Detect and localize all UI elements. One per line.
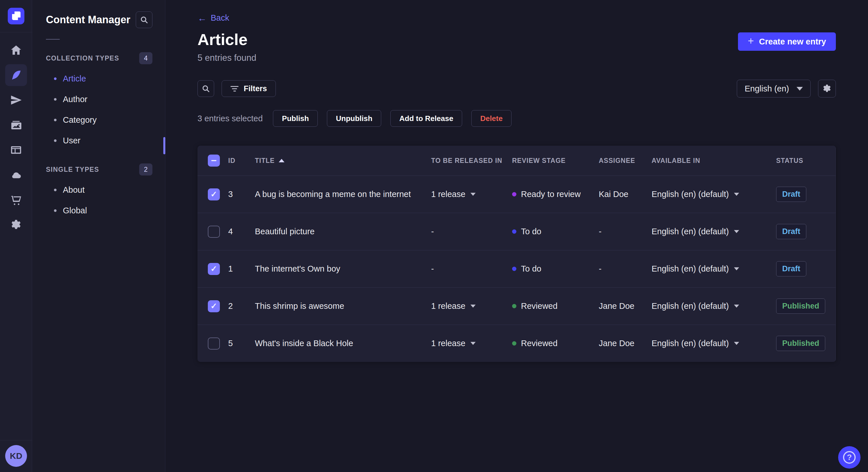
entries-count: 5 entries found <box>197 53 256 63</box>
cell-id: 1 <box>228 264 255 274</box>
column-id[interactable]: ID <box>228 157 255 165</box>
cell-id: 3 <box>228 190 255 199</box>
status-badge: Published <box>776 299 825 314</box>
cell-locale[interactable]: English (en) (default) <box>652 190 776 199</box>
row-checkbox[interactable]: ✓ <box>208 263 220 275</box>
main-content: ← Back Article 5 entries found + Create … <box>165 0 868 472</box>
section-label: COLLECTION TYPES <box>46 55 119 62</box>
filter-icon <box>230 86 239 92</box>
nav-content-type-builder[interactable] <box>5 139 27 161</box>
cell-title: Beautiful picture <box>255 227 431 236</box>
cell-review-stage: To do <box>512 264 599 274</box>
cell-assignee: Jane Doe <box>599 301 652 311</box>
cell-release[interactable]: 1 release <box>431 301 512 311</box>
question-mark-icon: ? <box>843 451 856 464</box>
sort-ascending-icon <box>279 159 284 162</box>
stage-dot-icon <box>512 192 516 196</box>
column-status[interactable]: STATUS <box>776 157 825 165</box>
sidebar-search-button[interactable] <box>136 11 152 28</box>
chevron-down-icon <box>734 267 739 270</box>
section-single-types: SINGLE TYPES 2 About Global <box>32 164 165 221</box>
cell-locale[interactable]: English (en) (default) <box>652 227 776 236</box>
unpublish-button[interactable]: Unpublish <box>327 110 381 127</box>
user-avatar[interactable]: KD <box>5 445 27 467</box>
status-badge: Draft <box>776 187 806 202</box>
stage-dot-icon <box>512 341 516 345</box>
cell-review-stage: To do <box>512 227 599 236</box>
back-link[interactable]: ← Back <box>197 13 229 23</box>
chevron-down-icon <box>734 342 739 345</box>
paper-plane-icon <box>10 94 22 106</box>
home-icon <box>10 44 22 56</box>
cell-locale[interactable]: English (en) (default) <box>652 301 776 311</box>
cell-release[interactable]: 1 release <box>431 339 512 348</box>
sidebar-item-article[interactable]: Article <box>32 68 165 89</box>
feather-pen-icon <box>10 69 22 81</box>
sidebar-title: Content Manager <box>46 14 130 26</box>
nav-home[interactable] <box>5 39 27 61</box>
status-badge: Draft <box>776 261 806 276</box>
sidebar-item-author[interactable]: Author <box>32 89 165 109</box>
nav-releases[interactable] <box>5 89 27 111</box>
nav-deploy[interactable] <box>5 164 27 186</box>
sidebar-item-about[interactable]: About <box>32 179 165 200</box>
table-row[interactable]: ✓ 4 Beautiful picture - To do - English … <box>197 213 836 250</box>
table-search-button[interactable] <box>197 80 214 97</box>
row-checkbox[interactable]: ✓ <box>208 189 220 200</box>
cell-release[interactable]: 1 release <box>431 190 512 199</box>
column-to-be-released-in[interactable]: TO BE RELEASED IN <box>431 157 512 165</box>
strapi-logo-glyph <box>12 11 21 20</box>
nav-settings[interactable] <box>5 214 27 236</box>
locale-select[interactable]: English (en) <box>737 80 811 98</box>
bullet-icon <box>54 119 57 121</box>
cell-assignee: Kai Doe <box>599 190 652 199</box>
create-new-entry-button[interactable]: + Create new entry <box>738 32 836 51</box>
chevron-down-icon <box>734 305 739 308</box>
delete-button[interactable]: Delete <box>471 110 512 127</box>
filters-button[interactable]: Filters <box>222 80 276 97</box>
sidebar-item-user[interactable]: User <box>32 130 165 151</box>
row-checkbox[interactable]: ✓ <box>208 226 220 238</box>
strapi-logo[interactable] <box>8 8 24 24</box>
table-row[interactable]: ✓ 2 This shrimp is awesome 1 release Rev… <box>197 287 836 325</box>
cloud-icon <box>10 169 22 181</box>
layout-icon <box>10 144 22 156</box>
sidebar-item-category[interactable]: Category <box>32 109 165 130</box>
table-header-row: ID TITLE TO BE RELEASED IN REVIEW STAGE … <box>197 146 836 175</box>
images-icon <box>10 119 22 131</box>
nav-content-manager[interactable] <box>5 64 27 86</box>
gear-icon <box>10 219 22 231</box>
add-to-release-button[interactable]: Add to Release <box>391 110 462 127</box>
nav-media-library[interactable] <box>5 114 27 136</box>
sidebar-item-global[interactable]: Global <box>32 200 165 221</box>
chevron-down-icon <box>470 342 476 345</box>
nav-marketplace[interactable] <box>5 189 27 211</box>
chevron-down-icon <box>470 305 476 308</box>
column-title[interactable]: TITLE <box>255 157 431 165</box>
table-row[interactable]: ✓ 5 What's inside a Black Hole 1 release… <box>197 325 836 362</box>
cell-id: 5 <box>228 339 255 348</box>
column-review-stage[interactable]: REVIEW STAGE <box>512 157 599 165</box>
column-assignee[interactable]: ASSIGNEE <box>599 157 652 165</box>
plus-icon: + <box>748 36 754 46</box>
chevron-down-icon <box>734 230 739 233</box>
column-available-in[interactable]: AVAILABLE IN <box>652 157 776 165</box>
bullet-icon <box>54 189 57 191</box>
table-row[interactable]: ✓ 1 The internet's Own boy - To do - Eng… <box>197 250 836 287</box>
cell-id: 2 <box>228 301 255 311</box>
help-button[interactable]: ? <box>838 446 861 469</box>
chevron-down-icon <box>470 193 476 196</box>
sidebar-rule <box>46 39 60 40</box>
row-checkbox[interactable]: ✓ <box>208 300 220 312</box>
view-settings-button[interactable] <box>818 80 836 98</box>
table-row[interactable]: ✓ 3 A bug is becoming a meme on the inte… <box>197 175 836 213</box>
row-checkbox[interactable]: ✓ <box>208 338 220 349</box>
section-count-badge: 4 <box>139 52 152 64</box>
cell-locale[interactable]: English (en) (default) <box>652 264 776 274</box>
chevron-down-icon <box>797 87 803 91</box>
publish-button[interactable]: Publish <box>273 110 318 127</box>
status-badge: Published <box>776 336 825 351</box>
cell-locale[interactable]: English (en) (default) <box>652 339 776 348</box>
select-all-checkbox[interactable] <box>208 155 220 167</box>
stage-dot-icon <box>512 229 516 234</box>
